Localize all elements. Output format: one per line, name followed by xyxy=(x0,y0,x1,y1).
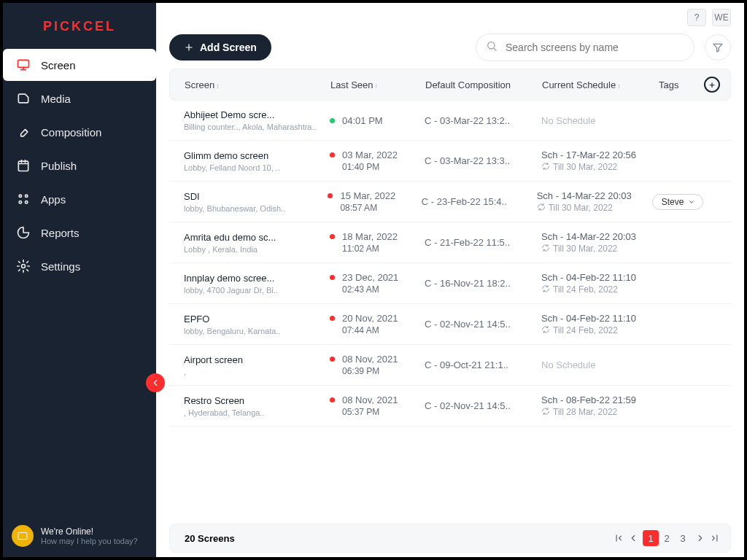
status-dot xyxy=(330,118,335,123)
composition-icon xyxy=(16,125,31,139)
screen-name: EPFO xyxy=(184,314,330,324)
composition: C - 09-Oct-21 21:1.. xyxy=(425,359,541,370)
sidebar-item-reports[interactable]: Reports xyxy=(3,217,156,249)
svg-rect-1 xyxy=(18,161,28,171)
add-screen-button[interactable]: Add Screen xyxy=(169,34,271,61)
tag-chip[interactable]: Steve xyxy=(652,194,704,210)
schedule: No Schedule xyxy=(541,359,658,370)
col-screen[interactable]: Screen↕ xyxy=(185,79,330,90)
sidebar-item-label: Media xyxy=(41,93,71,105)
screen-name: Abhijeet Demo scre... xyxy=(184,109,330,120)
sidebar-item-publish[interactable]: Publish xyxy=(3,149,156,182)
table-row[interactable]: Glimm demo screenLobby, Felland Noord 10… xyxy=(169,141,731,182)
help-button[interactable]: ? xyxy=(687,9,706,26)
sidebar-item-settings[interactable]: Settings xyxy=(3,250,156,282)
search-input[interactable] xyxy=(476,34,694,61)
composition: C - 03-Mar-22 13:2.. xyxy=(425,115,541,126)
status-dot xyxy=(330,357,335,362)
screen-location: , Hyderabad, Telanga.. xyxy=(184,408,330,417)
schedule: Sch - 14-Mar-22 20:03Till 30 Mar, 2022 xyxy=(537,190,652,213)
last-seen: 20 Nov, 2021 xyxy=(342,313,398,324)
pager-last[interactable] xyxy=(710,533,720,543)
last-seen: 15 Mar, 2022 xyxy=(340,190,395,201)
sidebar-item-label: Publish xyxy=(41,160,77,172)
col-tags: Tags xyxy=(659,79,703,90)
screen-name: Amrita edu demo sc... xyxy=(184,232,330,243)
sidebar-item-screen[interactable]: Screen xyxy=(3,49,156,81)
svg-point-6 xyxy=(22,265,26,268)
media-icon xyxy=(16,91,31,106)
status-dot xyxy=(330,275,335,280)
tags-cell: Steve xyxy=(652,194,704,210)
chat-line2: How may I help you today? xyxy=(41,537,138,545)
sidebar-item-composition[interactable]: Composition xyxy=(3,116,156,148)
svg-rect-7 xyxy=(18,532,27,539)
sidebar-item-media[interactable]: Media xyxy=(3,82,156,114)
composition: C - 16-Nov-21 18:2.. xyxy=(425,278,541,289)
filter-button[interactable] xyxy=(705,34,731,61)
last-seen: 23 Dec, 2021 xyxy=(342,272,398,283)
svg-point-8 xyxy=(488,42,495,49)
svg-point-5 xyxy=(26,201,28,203)
pager-page-2[interactable]: 2 xyxy=(659,530,675,546)
publish-icon xyxy=(16,158,31,173)
schedule: Sch - 04-Feb-22 11:10Till 24 Feb, 2022 xyxy=(541,272,658,295)
add-column-button[interactable]: + xyxy=(704,77,720,93)
collapse-sidebar-button[interactable] xyxy=(146,373,165,392)
svg-point-4 xyxy=(19,201,21,203)
pager-page-3[interactable]: 3 xyxy=(675,530,691,546)
reports-icon xyxy=(16,225,31,240)
chat-widget[interactable]: We're Online! How may I help you today? xyxy=(12,525,138,547)
last-seen: 03 Mar, 2022 xyxy=(342,149,398,160)
pager-prev[interactable] xyxy=(628,533,638,543)
screen-name: Innplay demo scree... xyxy=(184,273,330,284)
table-row[interactable]: Amrita edu demo sc...Lobby , Kerala, Ind… xyxy=(169,222,731,263)
pager-page-1[interactable]: 1 xyxy=(643,530,659,546)
table-row[interactable]: Abhijeet Demo scre...Billing counter.., … xyxy=(169,101,731,141)
schedule: Sch - 14-Mar-22 20:03Till 30 Mar, 2022 xyxy=(541,231,658,254)
pager: 123 xyxy=(614,530,720,546)
screen-location: lobby, Bengaluru, Karnata.. xyxy=(184,327,330,335)
last-seen: 08 Nov, 2021 xyxy=(342,394,398,405)
settings-icon xyxy=(16,259,31,273)
brand-logo: PICKCEL xyxy=(3,3,156,47)
pager-first[interactable] xyxy=(614,533,624,543)
svg-rect-0 xyxy=(18,60,29,67)
status-dot xyxy=(328,193,333,198)
table-row[interactable]: Airport screen,08 Nov, 202106:39 PMC - 0… xyxy=(169,345,731,386)
sidebar-item-label: Composition xyxy=(41,126,101,139)
status-dot xyxy=(330,397,335,402)
screen-location: lobby, Bhubaneswar, Odish.. xyxy=(184,204,328,213)
sidebar: PICKCEL ScreenMediaCompositionPublishApp… xyxy=(3,3,156,557)
chat-icon xyxy=(12,525,34,547)
last-seen: 08 Nov, 2021 xyxy=(342,354,398,365)
table-row[interactable]: EPFOlobby, Bengaluru, Karnata..20 Nov, 2… xyxy=(169,304,731,345)
user-badge[interactable]: WE xyxy=(712,9,731,26)
schedule: Sch - 04-Feb-22 11:10Till 24 Feb, 2022 xyxy=(541,313,658,335)
schedule: No Schedule xyxy=(541,115,658,126)
table-header: Screen↕ Last Seen↕ Default Composition C… xyxy=(169,69,731,101)
col-schedule[interactable]: Current Schedule↕ xyxy=(542,79,659,90)
table-row[interactable]: Restro Screen, Hyderabad, Telanga..08 No… xyxy=(169,386,731,427)
composition: C - 02-Nov-21 14:5.. xyxy=(425,400,541,411)
schedule: Sch - 08-Feb-22 21:59Till 28 Mar, 2022 xyxy=(541,394,658,417)
table-row[interactable]: SDIlobby, Bhubaneswar, Odish..15 Mar, 20… xyxy=(169,182,731,222)
composition: C - 03-Mar-22 13:3.. xyxy=(425,155,541,166)
table-row[interactable]: Innplay demo scree...lobby, 4700 Jaguar … xyxy=(169,263,731,304)
pager-next[interactable] xyxy=(695,533,705,543)
last-seen: 18 Mar, 2022 xyxy=(342,231,398,242)
last-seen: 04:01 PM xyxy=(342,115,383,126)
screen-count: 20 Screens xyxy=(185,533,235,544)
sidebar-item-apps[interactable]: Apps xyxy=(3,183,156,215)
schedule: Sch - 17-Mar-22 20:56Till 30 Mar, 2022 xyxy=(541,149,658,172)
screen-location: lobby, 4700 Jaguar Dr, Bi.. xyxy=(184,286,330,295)
sidebar-item-label: Screen xyxy=(41,59,76,71)
sidebar-item-label: Apps xyxy=(41,193,66,206)
screen-location: Billing counter.., Akola, Maharashtra.. xyxy=(184,122,330,131)
svg-point-3 xyxy=(26,195,28,197)
col-composition[interactable]: Default Composition xyxy=(425,79,542,90)
composition: C - 23-Feb-22 15:4.. xyxy=(422,196,537,207)
composition: C - 02-Nov-21 14:5.. xyxy=(425,319,541,330)
screen-name: SDI xyxy=(184,191,328,202)
col-last-seen[interactable]: Last Seen↕ xyxy=(330,79,425,90)
